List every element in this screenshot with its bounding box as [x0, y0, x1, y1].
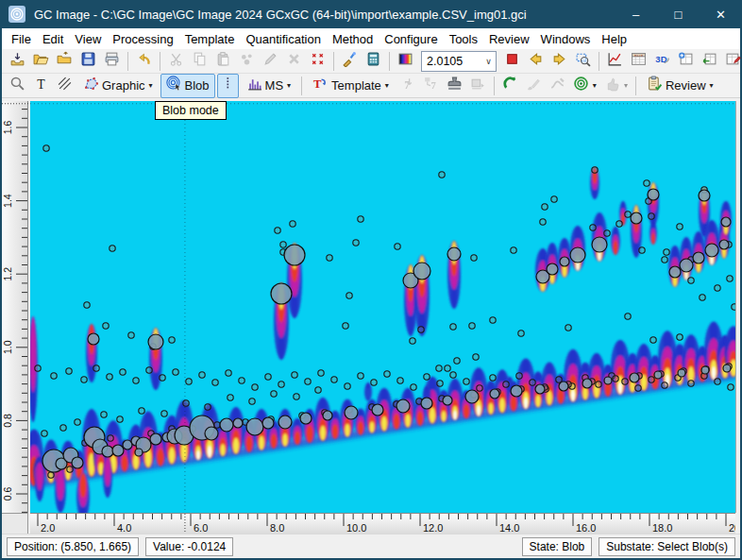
- blob-mode-button[interactable]: Blob: [160, 74, 215, 98]
- color-tool-icon[interactable]: [339, 49, 361, 74]
- menu-edit[interactable]: Edit: [37, 30, 69, 48]
- menu-windows[interactable]: Windows: [535, 30, 597, 48]
- apply-template-icon: 7: [396, 74, 418, 98]
- ms-mode-glyph: [246, 76, 262, 95]
- stamp-template-icon[interactable]: [444, 74, 465, 98]
- blob-table-icon[interactable]: 0123: [628, 49, 649, 74]
- value-field: Value: -0.0124: [145, 537, 233, 556]
- baseline-correct-icon: [547, 74, 568, 98]
- toolbar-separator: [301, 76, 302, 95]
- target-icon[interactable]: ▾: [570, 74, 599, 98]
- svg-text:14.0: 14.0: [499, 522, 519, 534]
- apply-template-icon-glyph: 7: [399, 76, 415, 95]
- minimize-button[interactable]: –: [615, 0, 657, 28]
- review-glyph: [647, 76, 663, 95]
- svg-text:20.0: 20.0: [729, 522, 735, 534]
- colormap-icon[interactable]: [395, 49, 416, 74]
- blob-mode-button-label: Blob: [185, 78, 210, 93]
- marquee-select-icon-glyph: [220, 76, 236, 95]
- zoom-mode-icon-glyph: [9, 76, 25, 95]
- paste-icon-glyph: [215, 51, 231, 71]
- graphic-mode-button-label: Graphic: [102, 78, 145, 93]
- template-button[interactable]: TTemplate▾: [307, 74, 395, 98]
- calculator-icon[interactable]: [363, 49, 384, 74]
- save-icon[interactable]: [77, 49, 99, 74]
- window-title: GC Image - C:\GC Image\GC Image 2024 GCx…: [34, 8, 615, 22]
- ms-mode-button[interactable]: MS▾: [241, 74, 297, 98]
- menu-configure[interactable]: Configure: [379, 30, 443, 48]
- scribble-mode-icon[interactable]: [54, 74, 76, 98]
- brush-icon: [523, 74, 545, 98]
- delete-icon: [283, 49, 305, 74]
- substate-field: Substate: Select Blob(s): [599, 537, 735, 556]
- text-mode-icon[interactable]: T: [30, 74, 52, 98]
- menu-template[interactable]: Template: [179, 30, 241, 48]
- zoom-mode-icon[interactable]: [7, 74, 28, 98]
- menu-help[interactable]: Help: [596, 30, 632, 48]
- chevron-down-icon: ▾: [385, 81, 389, 90]
- stop-icon[interactable]: [501, 49, 523, 74]
- add-table-icon[interactable]: [675, 49, 697, 74]
- blob-mode-glyph: [166, 76, 182, 95]
- menu-quantification[interactable]: Quantification: [240, 30, 327, 48]
- calculator-icon-glyph: [365, 51, 381, 71]
- chart-icon[interactable]: [604, 49, 626, 74]
- back-icon[interactable]: [525, 49, 547, 74]
- maximize-button[interactable]: □: [657, 0, 700, 28]
- chevron-down-icon: ▾: [149, 81, 153, 90]
- svg-text:12.0: 12.0: [423, 522, 443, 534]
- merge-blobs-icon: [236, 49, 258, 74]
- review-button-label: Review: [666, 78, 706, 93]
- svg-text:1.2: 1.2: [2, 267, 13, 281]
- print-icon[interactable]: [101, 49, 123, 74]
- toolbar-separator: [635, 76, 636, 95]
- toolbar-separator: [160, 52, 160, 71]
- y-axis-ruler: 1.61.41.21.00.80.6: [2, 101, 28, 513]
- status-bar: Position: (5.850, 1.665) Value: -0.0124 …: [2, 534, 740, 558]
- copy-template-icon: 7: [420, 74, 442, 98]
- svg-text:6.0: 6.0: [194, 522, 208, 534]
- marquee-select-icon[interactable]: [217, 74, 239, 98]
- menu-review[interactable]: Review: [483, 30, 535, 48]
- undo-icon[interactable]: [133, 49, 155, 74]
- colormap-scale-combo[interactable]: 2.0105∨: [421, 51, 497, 72]
- blob-mode-tooltip: Blob mode: [155, 101, 227, 120]
- combo-value: 2.0105: [427, 55, 481, 68]
- update-template-icon-glyph: [470, 76, 486, 95]
- menu-processing[interactable]: Processing: [107, 30, 178, 48]
- copy-icon-glyph: [192, 51, 208, 71]
- ms-mode-button-label: MS: [265, 78, 284, 93]
- import-image-icon[interactable]: [7, 49, 28, 74]
- graphic-mode-button[interactable]: Graphic▾: [77, 74, 159, 98]
- svg-text:2.0: 2.0: [41, 522, 55, 534]
- edit-icon-glyph: [262, 51, 278, 71]
- cut-icon-glyph: [168, 51, 184, 71]
- update-template-icon: [467, 74, 489, 98]
- zoom-region-icon[interactable]: [572, 49, 594, 74]
- forward-icon-glyph: [551, 51, 567, 71]
- close-file-icon[interactable]: [54, 49, 76, 74]
- 3d-view-icon[interactable]: 3D: [651, 49, 673, 74]
- review-button[interactable]: Review▾: [641, 74, 719, 98]
- delete-all-icon[interactable]: [307, 49, 329, 74]
- export-table-icon[interactable]: [699, 49, 720, 74]
- app-icon: [8, 6, 25, 23]
- close-button[interactable]: ✕: [700, 0, 742, 28]
- edit-table-icon[interactable]: [722, 49, 742, 74]
- add-table-icon-glyph: [678, 51, 694, 71]
- menu-view[interactable]: View: [69, 30, 107, 48]
- stop-icon-glyph: [504, 51, 520, 71]
- open-file-icon[interactable]: [30, 49, 52, 74]
- menu-tools[interactable]: Tools: [444, 30, 483, 48]
- chevron-down-icon: ▾: [710, 81, 714, 90]
- menu-file[interactable]: File: [6, 30, 37, 48]
- forward-icon[interactable]: [548, 49, 570, 74]
- svg-text:18.0: 18.0: [652, 522, 672, 534]
- chevron-down-icon: ∨: [481, 52, 496, 71]
- select-tool-icon: ▾: [601, 74, 631, 98]
- menu-method[interactable]: Method: [327, 30, 379, 48]
- svg-text:0.8: 0.8: [2, 414, 13, 428]
- chromatogram-plot[interactable]: [30, 101, 735, 513]
- cas-lookup-icon[interactable]: [499, 74, 521, 98]
- delete-icon-glyph: [286, 51, 302, 71]
